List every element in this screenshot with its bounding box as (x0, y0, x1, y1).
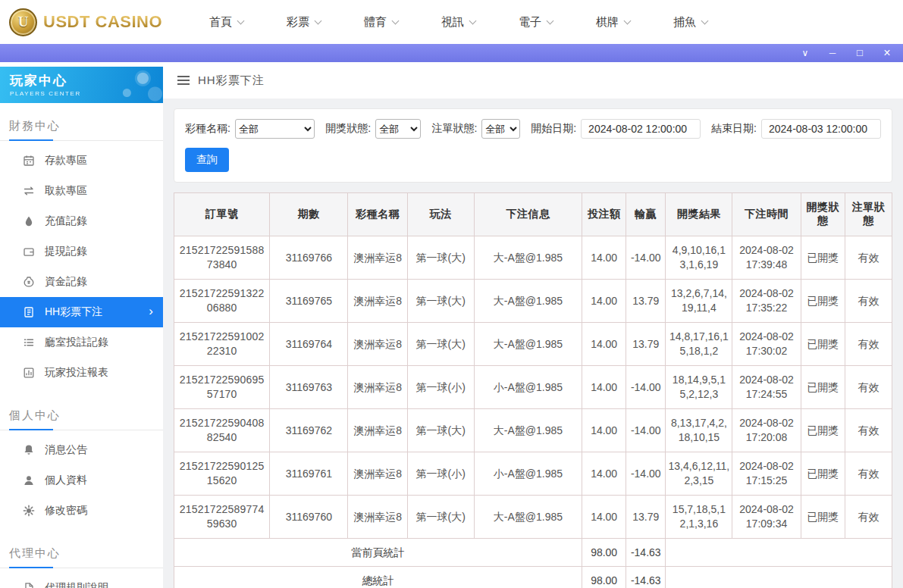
table-cell: 31169761 (270, 452, 348, 496)
table-cell: 2152172259040882540 (174, 409, 270, 452)
table-cell: 2152172259132206880 (174, 280, 270, 323)
query-button[interactable]: 查詢 (185, 148, 229, 172)
sidebar-item-label: 玩家投注報表 (45, 366, 108, 380)
top-nav: 首頁彩票體育視訊電子棋牌捕魚 (209, 15, 707, 30)
table-cell: 14.00 (582, 496, 626, 539)
bets-table: 訂單號期數彩種名稱玩法下注信息投注額輸贏開獎結果下注時間開獎狀態注單狀態 215… (174, 192, 892, 588)
table-cell: 14.00 (582, 452, 626, 496)
main-header: HH彩票下注 (163, 62, 903, 99)
draw-status-select[interactable]: 全部 (375, 119, 421, 139)
nav-item[interactable]: 視訊 (441, 15, 475, 30)
sidebar-menu: 財務中心存款專區取款專區充值記錄提現記錄資金記錄HH彩票下注廳室投註記錄玩家投注… (0, 114, 163, 588)
column-header: 注單狀態 (845, 193, 892, 236)
nav-item[interactable]: 棋牌 (596, 15, 630, 30)
start-date-input[interactable] (581, 119, 701, 139)
bets-table-card: 訂單號期數彩種名稱玩法下注信息投注額輸贏開獎結果下注時間開獎狀態注單狀態 215… (174, 192, 892, 588)
sidebar-item[interactable]: 消息公告 (0, 435, 163, 465)
end-date-input[interactable] (761, 119, 881, 139)
doc-icon (23, 582, 35, 588)
sidebar-item[interactable]: 充值記錄 (0, 206, 163, 236)
table-cell: 有效 (845, 366, 892, 409)
table-cell: 已開獎 (801, 409, 845, 452)
sidebar-section-title: 財務中心 (0, 114, 163, 141)
logo[interactable]: U USDT CASINO (9, 8, 162, 36)
table-cell: 大-A盤@1.985 (474, 496, 582, 539)
summary-winloss-total: -14.63 (626, 567, 666, 588)
nav-item[interactable]: 電子 (519, 15, 553, 30)
summary-row: 總統計98.00-14.63 (174, 567, 892, 588)
table-cell: 第一球(小) (407, 452, 474, 496)
logo-text: USDT CASINO (43, 12, 162, 32)
players-center-header: 玩家中心 PLAYERS CENTER (0, 67, 163, 103)
sidebar-item[interactable]: 修改密碼 (0, 496, 163, 526)
table-cell: 澳洲幸运8 (348, 496, 407, 539)
column-header: 輸贏 (626, 193, 666, 236)
table-cell: 澳洲幸运8 (348, 323, 407, 366)
nav-item-label: 彩票 (287, 15, 309, 30)
table-cell: 大-A盤@1.985 (474, 409, 582, 452)
nav-item[interactable]: 體育 (364, 15, 398, 30)
nav-item[interactable]: 捕魚 (673, 15, 707, 30)
sidebar-item[interactable]: HH彩票下注 (0, 297, 163, 327)
sidebar-item[interactable]: 資金記錄 (0, 267, 163, 297)
sidebar-item[interactable]: 廳室投註記錄 (0, 327, 163, 358)
sidebar-item[interactable]: 代理規則說明 (0, 573, 163, 588)
page-title: HH彩票下注 (198, 74, 265, 88)
nav-item[interactable]: 彩票 (287, 15, 321, 30)
chevron-down-icon (237, 17, 245, 24)
sidebar-section-menu: 代理規則說明 (0, 568, 163, 588)
window-close-icon[interactable] (882, 44, 892, 63)
sidebar-item[interactable]: 個人資料 (0, 465, 163, 496)
start-date-label: 開始日期: (531, 122, 576, 136)
column-header: 開獎結果 (666, 193, 732, 236)
table-cell: 有效 (845, 236, 892, 280)
menu-toggle-icon[interactable] (177, 76, 190, 85)
table-cell: 第一球(大) (407, 409, 474, 452)
table-cell: 已開獎 (801, 366, 845, 409)
lottery-type-label: 彩種名稱: (185, 122, 230, 136)
table-cell: 已開獎 (801, 236, 845, 280)
table-cell: -14.00 (626, 236, 666, 280)
summary-winloss-total: -14.63 (626, 539, 666, 567)
main-area: HH彩票下注 彩種名稱: 全部 開獎狀態: 全部 注單狀態: 全部 開始日期: … (163, 62, 903, 588)
sidebar-item-label: 資金記錄 (45, 275, 87, 289)
draw-status-label: 開獎狀態: (325, 122, 371, 136)
table-cell: 已開獎 (801, 452, 845, 496)
table-cell: 有效 (845, 280, 892, 323)
sidebar-item[interactable]: 存款專區 (0, 145, 163, 176)
table-cell: 31169760 (270, 496, 348, 539)
table-cell: 2024-08-02 17:24:55 (732, 366, 801, 409)
summary-row: 當前頁統計98.00-14.63 (174, 539, 892, 567)
window-maximize-icon[interactable] (854, 44, 865, 62)
summary-label: 當前頁統計 (174, 539, 582, 567)
lottery-type-select[interactable]: 全部 (235, 119, 315, 139)
table-cell: 大-A盤@1.985 (474, 236, 582, 280)
sidebar-item[interactable]: 提現記錄 (0, 236, 163, 267)
table-cell: 有效 (845, 452, 892, 496)
nav-item-label: 體育 (364, 15, 387, 30)
table-row: 215217225913220688031169765澳洲幸运8第一球(大)大-… (174, 280, 892, 323)
window-restore-chevron-icon[interactable] (800, 44, 811, 62)
column-header: 訂單號 (174, 193, 270, 236)
table-row: 215217225906955717031169763澳洲幸运8第一球(小)小-… (174, 366, 892, 409)
table-cell: 2152172259012515620 (174, 452, 270, 496)
nav-item[interactable]: 首頁 (209, 15, 243, 30)
table-cell: 31169765 (270, 280, 348, 323)
end-date-label: 結束日期: (711, 122, 757, 136)
table-cell: 31169766 (270, 236, 348, 280)
sidebar-item[interactable]: 玩家投注報表 (0, 358, 163, 388)
summary-label: 總統計 (174, 567, 582, 588)
nav-item-label: 捕魚 (673, 15, 696, 30)
filter-panel: 彩種名稱: 全部 開獎狀態: 全部 注單狀態: 全部 開始日期: 結束日期: 查… (174, 108, 892, 183)
bet-status-select[interactable]: 全部 (481, 119, 520, 139)
table-cell: 18,14,9,5,15,2,12,3 (666, 366, 732, 409)
sidebar-item[interactable]: 取款專區 (0, 176, 163, 206)
nav-item-label: 視訊 (441, 15, 464, 30)
withdraw-transfer-icon (23, 185, 35, 197)
summary-empty (666, 567, 892, 588)
sidebar-item-label: 廳室投註記錄 (45, 336, 108, 349)
window-minimize-icon[interactable] (827, 44, 838, 62)
sidebar-section-menu: 消息公告個人資料修改密碼 (0, 430, 163, 530)
table-cell: 13,2,6,7,14,19,11,4 (666, 280, 732, 323)
table-cell: 有效 (845, 496, 892, 539)
